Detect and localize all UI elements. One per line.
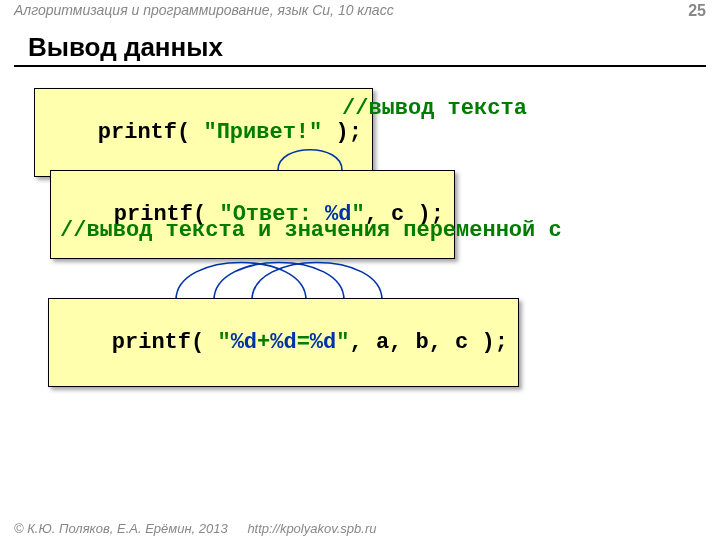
code3-f3: %d <box>310 330 336 355</box>
page-number: 25 <box>688 2 706 20</box>
code3-c2: , <box>389 330 415 355</box>
code3-eq: = <box>297 330 310 355</box>
code-box-3: printf( "%d+%d=%d", a, b, c ); <box>48 298 519 387</box>
code1-printf: printf( <box>98 120 204 145</box>
footer: © К.Ю. Поляков, Е.А. Ерёмин, 2013 http:/… <box>14 521 376 536</box>
code3-c3: , <box>429 330 455 355</box>
footer-url: http://kpolyakov.spb.ru <box>247 521 376 536</box>
code3-a: a <box>376 330 389 355</box>
code-box-1: printf( "Привет!" ); <box>34 88 373 177</box>
header-bar: Алгоритмизация и программирование, язык … <box>0 0 720 22</box>
comment-1: //вывод текста <box>342 96 527 121</box>
code3-q1: " <box>217 330 230 355</box>
arcs-code3 <box>48 252 428 302</box>
code-box-2: printf( "Ответ: %d", c ); <box>50 170 455 259</box>
code3-q2: " <box>336 330 349 355</box>
comment-2: //вывод текста и значения переменной c <box>60 218 562 243</box>
code3-f1: %d <box>231 330 257 355</box>
code3-c: c <box>455 330 468 355</box>
title-rule <box>14 65 706 67</box>
slide: Алгоритмизация и программирование, язык … <box>0 0 720 540</box>
code3-plus: + <box>257 330 270 355</box>
code1-string: "Привет!" <box>203 120 322 145</box>
code3-c1: , <box>349 330 375 355</box>
code3-f2: %d <box>270 330 296 355</box>
code1-tail: ); <box>322 120 362 145</box>
course-label: Алгоритмизация и программирование, язык … <box>14 2 394 18</box>
footer-copyright: © К.Ю. Поляков, Е.А. Ерёмин, 2013 <box>14 521 228 536</box>
code3-b: b <box>415 330 428 355</box>
code3-tail: ); <box>468 330 508 355</box>
code3-printf: printf( <box>112 330 218 355</box>
page-title: Вывод данных <box>28 32 223 63</box>
